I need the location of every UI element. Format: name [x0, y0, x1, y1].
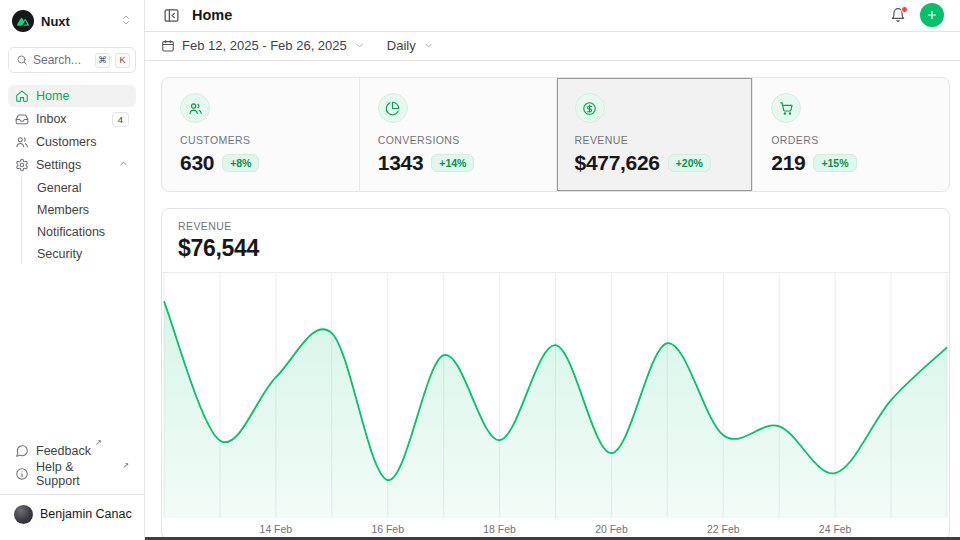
- main-panel: Home Feb 12, 2025 - Feb 26, 2025 Daily: [145, 0, 960, 540]
- info-circle-icon: [15, 467, 29, 481]
- calendar-icon: [161, 39, 175, 53]
- chevron-up-icon: [118, 158, 129, 172]
- chart-plot: 14 Feb16 Feb18 Feb20 Feb22 Feb24 Feb: [162, 273, 949, 539]
- sidebar-item-settings[interactable]: Settings: [8, 154, 136, 176]
- search-input-wrapper: ⌘ K: [8, 47, 136, 73]
- sidebar: Nuxt ⌘ K Home Inbox 4: [0, 0, 145, 540]
- sidebar-item-label: Home: [36, 89, 69, 103]
- svg-text:20 Feb: 20 Feb: [595, 524, 628, 535]
- granularity-label: Daily: [387, 38, 416, 53]
- panel-left-close-icon: [163, 7, 180, 24]
- chevron-down-icon: [423, 40, 434, 51]
- stat-customers[interactable]: CUSTOMERS 630 +8%: [162, 78, 359, 191]
- dashboard-app: Nuxt ⌘ K Home Inbox 4: [0, 0, 960, 540]
- nuxt-logo-icon: [12, 10, 34, 32]
- sidebar-item-label: Customers: [36, 135, 96, 149]
- page-title: Home: [192, 7, 232, 23]
- search-icon: [16, 54, 28, 66]
- inbox-icon: [15, 112, 29, 126]
- chart-header: REVENUE $76,544: [162, 209, 949, 273]
- topbar: Home: [145, 0, 960, 32]
- svg-text:24 Feb: 24 Feb: [819, 524, 852, 535]
- revenue-chart-card: REVENUE $76,544 14 Feb16 Feb18 Feb20: [161, 208, 950, 540]
- footer-link-label: Feedback: [36, 444, 91, 458]
- chart-title: REVENUE: [178, 220, 933, 232]
- sub-item-label: Notifications: [37, 225, 105, 239]
- sidebar-nav: Home Inbox 4 Customers Settings: [8, 85, 136, 264]
- chevron-down-icon: [354, 40, 365, 51]
- feedback-link[interactable]: Feedback ↗: [8, 440, 136, 462]
- workspace-name: Nuxt: [41, 14, 70, 29]
- dollar-circle-icon: [575, 93, 605, 123]
- sidebar-item-customers[interactable]: Customers: [8, 131, 136, 153]
- search-input[interactable]: [33, 53, 90, 67]
- sidebar-collapse-button[interactable]: [161, 5, 182, 26]
- settings-sub-list: General Members Notifications Security: [21, 177, 136, 264]
- plus-icon: [926, 9, 938, 21]
- stat-label: REVENUE: [575, 134, 735, 146]
- sidebar-footer: Feedback ↗ Help & Support ↗ Benjamin Can…: [8, 440, 136, 532]
- svg-text:22 Feb: 22 Feb: [707, 524, 740, 535]
- message-bubble-icon: [15, 444, 29, 458]
- revenue-area-chart[interactable]: 14 Feb16 Feb18 Feb20 Feb22 Feb24 Feb: [162, 273, 949, 539]
- date-range-picker[interactable]: Feb 12, 2025 - Feb 26, 2025: [161, 38, 365, 53]
- stat-value: 1343: [378, 151, 424, 175]
- chart-current-value: $76,544: [178, 235, 933, 262]
- stat-label: CUSTOMERS: [180, 134, 341, 146]
- sidebar-item-general[interactable]: General: [22, 177, 136, 198]
- stat-value: 219: [771, 151, 805, 175]
- stat-conversions[interactable]: CONVERSIONS 1343 +14%: [359, 78, 556, 191]
- help-support-link[interactable]: Help & Support ↗: [8, 463, 136, 485]
- k-keycap: K: [115, 53, 130, 68]
- user-menu[interactable]: Benjamin Canac: [8, 496, 136, 532]
- stat-delta-badge: +14%: [431, 154, 474, 172]
- svg-text:18 Feb: 18 Feb: [483, 524, 516, 535]
- sidebar-item-members[interactable]: Members: [22, 199, 136, 220]
- stat-delta-badge: +15%: [813, 154, 856, 172]
- stat-value: $477,626: [575, 151, 660, 175]
- sidebar-item-inbox[interactable]: Inbox 4: [8, 108, 136, 130]
- content: CUSTOMERS 630 +8% CONVERSIONS 1343 +14%: [145, 61, 960, 540]
- sub-item-label: General: [37, 181, 81, 195]
- sidebar-item-home[interactable]: Home: [8, 85, 136, 107]
- user-avatar: [14, 505, 33, 524]
- stat-orders[interactable]: ORDERS 219 +15%: [752, 78, 949, 191]
- cart-icon: [771, 93, 801, 123]
- footer-link-label: Help & Support: [36, 460, 118, 488]
- pie-chart-icon: [378, 93, 408, 123]
- stat-label: CONVERSIONS: [378, 134, 538, 146]
- notification-dot: [901, 6, 908, 13]
- stats-row: CUSTOMERS 630 +8% CONVERSIONS 1343 +14%: [161, 77, 950, 192]
- sidebar-item-security[interactable]: Security: [22, 243, 136, 264]
- stat-label: ORDERS: [771, 134, 931, 146]
- cmd-keycap: ⌘: [95, 53, 110, 68]
- stat-delta-badge: +8%: [222, 154, 259, 172]
- users-icon: [180, 93, 210, 123]
- granularity-select[interactable]: Daily: [387, 38, 434, 53]
- sub-item-label: Security: [37, 247, 82, 261]
- external-link-icon: ↗: [122, 461, 129, 470]
- user-name: Benjamin Canac: [40, 507, 132, 521]
- external-link-icon: ↗: [95, 438, 102, 447]
- chevrons-up-down-icon: [120, 12, 132, 30]
- add-button[interactable]: [920, 3, 944, 27]
- svg-text:16 Feb: 16 Feb: [371, 524, 404, 535]
- chart-x-axis-labels: 14 Feb16 Feb18 Feb20 Feb22 Feb24 Feb: [260, 524, 852, 535]
- filter-bar: Feb 12, 2025 - Feb 26, 2025 Daily: [145, 32, 960, 61]
- stat-delta-badge: +20%: [668, 154, 711, 172]
- gear-icon: [15, 158, 29, 172]
- sidebar-item-label: Inbox: [36, 112, 67, 126]
- date-range-label: Feb 12, 2025 - Feb 26, 2025: [182, 38, 347, 53]
- sidebar-item-label: Settings: [36, 158, 81, 172]
- inbox-count-badge: 4: [112, 112, 129, 127]
- stat-value: 630: [180, 151, 214, 175]
- notifications-button[interactable]: [888, 5, 908, 25]
- sub-item-label: Members: [37, 203, 89, 217]
- sidebar-item-notifications[interactable]: Notifications: [22, 221, 136, 242]
- home-icon: [15, 89, 29, 103]
- users-icon: [15, 135, 29, 149]
- svg-text:14 Feb: 14 Feb: [260, 524, 293, 535]
- stat-revenue[interactable]: REVENUE $477,626 +20%: [556, 78, 753, 191]
- workspace-switcher[interactable]: Nuxt: [8, 8, 136, 34]
- sidebar-divider: [0, 494, 144, 495]
